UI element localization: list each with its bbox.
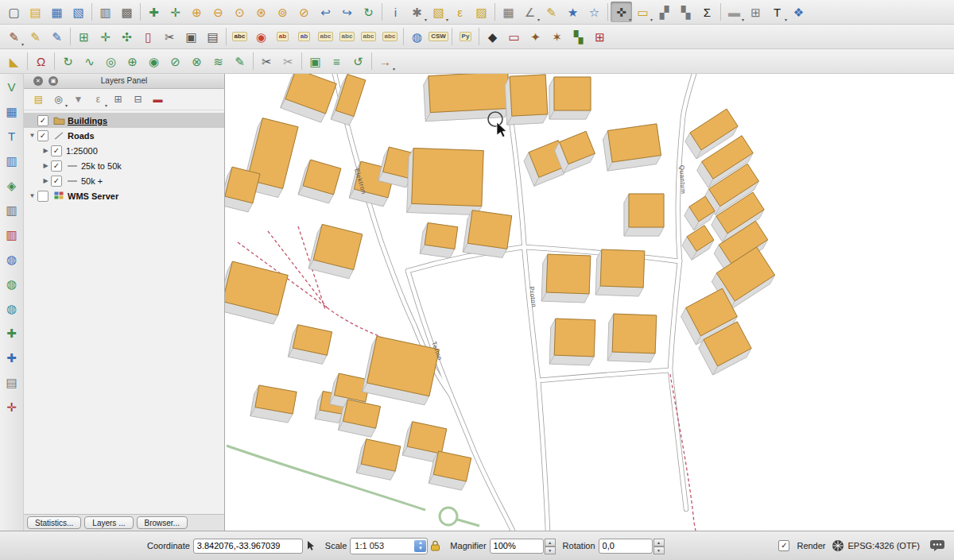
combo-arrows-icon[interactable]: ▲▼ [414,540,426,552]
label-pinned-icon[interactable]: ab [272,26,293,47]
open-project-icon[interactable]: ▤ [25,2,46,22]
label-rotate-icon[interactable]: abc [336,26,358,47]
dropdown-arrow-icon[interactable]: ▾ [785,17,787,22]
layer-checkbox[interactable]: ✓ [37,130,48,141]
composer-manager-icon[interactable]: ▩ [116,2,138,22]
map-tips-icon[interactable]: ✎ [541,2,562,22]
zoom-to-layer-icon[interactable]: ⊘ [293,2,315,22]
crs-label[interactable]: EPSG:4326 (OTF) [848,541,920,550]
panel-tab-statistics[interactable]: Statistics... [27,516,81,529]
render-checkbox[interactable]: ✓ [778,540,789,551]
panel-tab-browser[interactable]: Browser... [137,516,188,529]
simplify-feature-icon[interactable]: ∿ [79,51,100,71]
measure-icon[interactable]: ∠▾ [519,2,541,22]
add-raster-grid-icon[interactable]: ⊞ [589,26,611,47]
clipper-icon[interactable]: ✦ [525,26,546,47]
reshape-features-icon[interactable]: ✎ [229,51,250,71]
expand-arrow-icon[interactable]: ▼ [27,192,37,199]
layer-item-buildings[interactable]: ✓Buildings [24,113,224,128]
panel-tab-layers[interactable]: Layers ... [84,516,133,529]
add-wfs-layer-icon[interactable]: ◍ [2,299,22,318]
layer-item-1-25000[interactable]: ▶✓1:25000 [24,143,224,158]
scale-lock-icon[interactable] [430,540,440,551]
dropdown-arrow-icon[interactable]: ▾ [105,102,107,108]
dropdown-arrow-icon[interactable]: ▾ [65,102,68,108]
zoom-to-selection-icon[interactable]: ⊚ [272,2,293,22]
layer-checkbox[interactable] [37,191,48,202]
map-svg[interactable]: ElektronQuantumProtonTermo [225,74,954,531]
expand-arrow-icon[interactable]: ▶ [41,162,51,169]
add-delimited-text-layer-icon[interactable]: T [2,126,22,145]
new-spatialite-layer-icon[interactable]: ✚ [2,348,22,367]
node-tool-icon[interactable]: ✣ [116,26,138,47]
add-mssql-layer-icon[interactable]: ▥ [2,200,22,219]
layer-checkbox[interactable]: ✓ [51,160,62,172]
add-part-icon[interactable]: ⊕ [122,51,143,71]
add-postgis-layer-icon[interactable]: ▥ [2,151,22,170]
add-group-icon[interactable]: ▤ [29,91,48,108]
plugins-icon[interactable]: ❖ [788,2,809,22]
label-move-icon[interactable]: abc [315,26,336,47]
georeferencer-icon[interactable]: ▭ [503,26,525,47]
run-feature-action-icon[interactable]: ✱▾ [406,2,428,22]
enable-advanced-digitizing-icon[interactable]: ◣ [3,51,25,71]
add-ring-icon[interactable]: ◎ [100,51,122,71]
split-parts-icon[interactable]: ✂ [277,51,299,71]
rotation-steppers[interactable]: ▲▼ [653,539,665,554]
dropdown-arrow-icon[interactable]: ▾ [742,17,744,22]
paste-features-icon[interactable]: ▤ [202,26,223,47]
grid-toolbar-icon[interactable]: ⊞ [745,2,766,22]
magnifier-spinbox[interactable]: ▲▼ [490,539,556,554]
zoom-in-icon[interactable]: ⊕ [186,2,207,22]
labeling-icon[interactable]: abc [229,26,250,47]
add-wcs-layer-icon[interactable]: ◍ [2,274,22,293]
expand-all-icon[interactable]: ⊞ [108,91,128,108]
current-edits-icon[interactable]: ✎▾ [3,26,25,47]
layer-checkbox[interactable]: ✓ [37,115,48,126]
touch-zoom-pan-icon[interactable]: ✜▾ [611,2,632,22]
add-feature-icon[interactable]: ⊞ [73,26,95,47]
manage-visibility-icon[interactable]: ◎▾ [48,91,68,108]
offset-curve-icon[interactable]: ≋ [207,51,229,71]
trace-digitizing-icon[interactable]: →▾ [374,51,396,71]
text-annotation-icon[interactable]: T▾ [766,2,788,22]
merge-attributes-icon[interactable]: ≡ [326,51,347,71]
map-canvas[interactable]: ElektronQuantumProtonTermo [225,74,954,531]
delete-part-icon[interactable]: ⊗ [186,51,207,71]
identify-features-icon[interactable]: i [385,2,406,22]
move-feature-icon[interactable]: ✛ [95,26,116,47]
layer-checkbox[interactable]: ✓ [51,145,62,156]
metasearch-globe-icon[interactable]: ◍ [406,26,428,47]
statistical-summary-icon[interactable]: Σ [696,2,718,22]
select-features-icon[interactable]: ▧▾ [428,2,449,22]
delete-ring-icon[interactable]: ⊘ [165,51,186,71]
remove-layer-icon[interactable]: ▬ [148,91,168,108]
coordinate-input[interactable] [193,539,303,554]
dropdown-arrow-icon[interactable]: ▾ [425,17,427,22]
scale-combobox[interactable]: 1:1 053 ▲▼ [350,538,428,554]
zoom-out-icon[interactable]: ⊖ [207,2,229,22]
refresh-map-icon[interactable]: ↻ [358,2,379,22]
decorations-icon[interactable]: ▞ [653,2,675,22]
add-spatialite-layer-icon[interactable]: ◈ [2,176,22,195]
diagram-overlay-icon[interactable]: ▚ [675,2,696,22]
label-toolbar-extra-icon[interactable]: abc [379,26,401,47]
crs-status-icon[interactable] [832,539,844,552]
select-by-expression-icon[interactable]: ε [449,2,471,22]
label-show-hide-icon[interactable]: ab [293,26,315,47]
expand-arrow-icon[interactable]: ▶ [41,177,51,184]
dropdown-arrow-icon[interactable]: ▾ [393,66,395,71]
crosshair-tool-icon[interactable]: ✛ [2,397,22,416]
filter-legend-icon[interactable]: ▼ [68,91,88,108]
log-messages-icon[interactable] [929,539,945,552]
save-project-as-icon[interactable]: ▧ [68,2,89,22]
panel-close-button[interactable]: ✕ [33,76,43,86]
expand-arrow-icon[interactable]: ▶ [41,147,51,154]
save-layer-edits-icon[interactable]: ✎ [46,26,68,47]
zoom-actual-icon[interactable]: ⊙ [229,2,250,22]
new-project-icon[interactable]: ▢ [3,2,25,22]
pan-to-selection-icon[interactable]: ✛ [165,2,186,22]
dropdown-arrow-icon[interactable]: ▾ [629,17,631,22]
snapping-options-icon[interactable]: Ω [30,51,52,71]
zoom-last-icon[interactable]: ↩ [315,2,336,22]
